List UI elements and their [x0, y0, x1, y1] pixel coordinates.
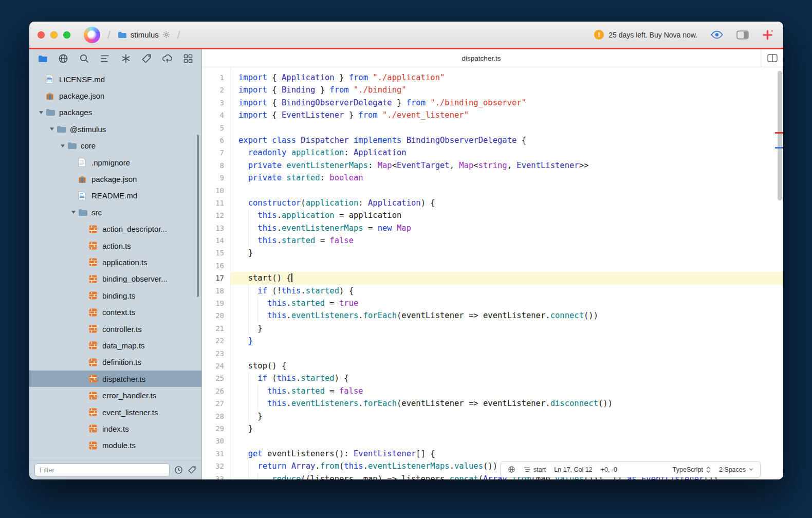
- tree-item-dispatcher-ts[interactable]: dispatcher.ts: [29, 371, 201, 387]
- globe-status-icon[interactable]: [508, 466, 515, 473]
- cloud-upload-icon[interactable]: [162, 53, 173, 64]
- tree-item-action-ts[interactable]: action.ts: [29, 237, 201, 254]
- line-number: 15: [202, 247, 224, 259]
- line-content: private eventListenerMaps: Map<EventTarg…: [231, 159, 783, 172]
- code-line[interactable]: 31 get eventListeners(): EventListener[]…: [202, 448, 783, 460]
- code-area[interactable]: 1import { Application } from "./applicat…: [202, 67, 783, 479]
- globe-icon[interactable]: [58, 53, 69, 64]
- tree-item--stimulus[interactable]: @stimulus: [29, 121, 201, 137]
- grid-icon[interactable]: [182, 53, 194, 64]
- code-line[interactable]: 27 this.eventListeners.forEach(eventList…: [202, 397, 783, 410]
- code-line[interactable]: 1import { Application } from "./applicat…: [202, 71, 783, 84]
- tree-item-package-json[interactable]: package.json: [29, 171, 201, 187]
- indent-selector[interactable]: 2 Spaces: [719, 466, 753, 473]
- tree-item--npmignore[interactable]: .npmignore: [29, 154, 201, 171]
- disclosure-chevron-icon[interactable]: [36, 110, 46, 115]
- tree-item-binding-observer-[interactable]: binding_observer...: [29, 271, 201, 287]
- language-selector[interactable]: TypeScript: [673, 466, 711, 473]
- cursor-position[interactable]: Ln 17, Col 12: [554, 466, 592, 473]
- ts-file-icon: [89, 275, 100, 283]
- line-content: [231, 435, 783, 447]
- filter-input[interactable]: [34, 464, 170, 476]
- code-line[interactable]: 18 if (!this.started) {: [202, 285, 783, 297]
- tree-item-packages[interactable]: packages: [29, 104, 201, 121]
- minimize-button[interactable]: [50, 31, 58, 39]
- tree-item-core[interactable]: core: [29, 138, 201, 154]
- tree-item-package-json[interactable]: package.json: [29, 87, 201, 104]
- code-line[interactable]: 15 }: [202, 247, 783, 259]
- tag-icon[interactable]: [141, 53, 152, 64]
- code-line[interactable]: 25 if (this.started) {: [202, 372, 783, 384]
- code-line[interactable]: 19 this.started = true: [202, 297, 783, 309]
- code-line[interactable]: 3import { BindingObserverDelegate } from…: [202, 97, 783, 109]
- asterisk-icon[interactable]: [120, 53, 132, 64]
- code-line[interactable]: 24 stop() {: [202, 360, 783, 372]
- code-line[interactable]: 9 private started: boolean: [202, 172, 783, 184]
- code-line[interactable]: 4import { EventListener } from "./event_…: [202, 109, 783, 121]
- list-icon[interactable]: [99, 53, 110, 64]
- code-line[interactable]: 26 this.started = false: [202, 385, 783, 397]
- code-line[interactable]: 17 start() {: [202, 272, 783, 284]
- code-line[interactable]: 2import { Binding } from "./binding": [202, 84, 783, 96]
- tree-item-context-ts[interactable]: context.ts: [29, 304, 201, 320]
- md-file-icon: [46, 75, 57, 84]
- tree-item-controller-ts[interactable]: controller.ts: [29, 321, 201, 337]
- current-symbol[interactable]: start: [524, 466, 546, 473]
- diff-counts[interactable]: +0, -0: [601, 466, 617, 473]
- tree-item-index-ts[interactable]: index.ts: [29, 420, 201, 437]
- code-line[interactable]: 11 constructor(application: Application)…: [202, 197, 783, 209]
- tag-filter-icon[interactable]: [188, 466, 196, 474]
- code-line[interactable]: 12 this.application = application: [202, 209, 783, 221]
- line-number: 28: [202, 410, 224, 422]
- split-editor-button[interactable]: [761, 49, 783, 67]
- tree-item-readme-md[interactable]: README.md: [29, 188, 201, 204]
- tree-item-error-handler-ts[interactable]: error_handler.ts: [29, 387, 201, 403]
- code-line[interactable]: 14 this.started = false: [202, 234, 783, 247]
- code-line[interactable]: 7 readonly application: Application: [202, 146, 783, 159]
- tree-item-definition-ts[interactable]: definition.ts: [29, 354, 201, 371]
- tree-item-application-ts[interactable]: application.ts: [29, 254, 201, 270]
- tree-item-license-md[interactable]: LICENSE.md: [29, 71, 201, 87]
- zoom-button[interactable]: [63, 31, 70, 39]
- editor-filename: dispatcher.ts: [202, 49, 761, 67]
- disclosure-chevron-icon[interactable]: [69, 210, 78, 214]
- code-line[interactable]: 6export class Dispatcher implements Bind…: [202, 134, 783, 146]
- search-icon[interactable]: [79, 53, 90, 64]
- project-chip[interactable]: stimulus: [118, 30, 170, 39]
- trial-notice[interactable]: ! 25 days left. Buy Nova now.: [594, 30, 697, 40]
- tree-item-data-map-ts[interactable]: data_map.ts: [29, 337, 201, 354]
- code-line[interactable]: 23: [202, 347, 783, 360]
- warning-icon: !: [594, 30, 604, 40]
- clock-icon[interactable]: [174, 466, 183, 474]
- disclosure-chevron-icon[interactable]: [58, 144, 67, 148]
- tree-item-module-ts[interactable]: module.ts: [29, 437, 201, 454]
- code-line[interactable]: 22 }: [202, 335, 783, 347]
- code-line[interactable]: 10: [202, 184, 783, 197]
- scrollbar-change-mark: [775, 132, 783, 134]
- new-item-plus-icon[interactable]: [762, 29, 774, 41]
- code-line[interactable]: 16: [202, 260, 783, 272]
- code-line[interactable]: 8 private eventListenerMaps: Map<EventTa…: [202, 159, 783, 172]
- code-line[interactable]: 13 this.eventListenerMaps = new Map: [202, 222, 783, 234]
- disclosure-chevron-icon[interactable]: [47, 127, 57, 131]
- gear-icon[interactable]: [162, 31, 170, 39]
- tree-item-event-listener-ts[interactable]: event_listener.ts: [29, 404, 201, 420]
- preview-eye-icon[interactable]: [710, 30, 724, 39]
- panel-toggle-icon[interactable]: [736, 30, 749, 40]
- code-line[interactable]: 5: [202, 122, 783, 134]
- code-line[interactable]: 30: [202, 435, 783, 447]
- sidebar-scrollbar[interactable]: [197, 135, 199, 297]
- folder-icon[interactable]: [37, 53, 48, 64]
- scrollbar-change-mark: [775, 147, 783, 149]
- code-line[interactable]: 28 }: [202, 410, 783, 422]
- tree-item-binding-ts[interactable]: binding.ts: [29, 287, 201, 304]
- code-line[interactable]: 21 }: [202, 322, 783, 335]
- line-number: 4: [202, 109, 224, 121]
- scrollbar-thumb[interactable]: [778, 71, 782, 200]
- tree-item-action-descriptor-[interactable]: action_descriptor...: [29, 221, 201, 237]
- code-line[interactable]: 29 }: [202, 422, 783, 435]
- tree-item-src[interactable]: src: [29, 204, 201, 220]
- json-file-icon: [46, 92, 57, 100]
- close-button[interactable]: [38, 31, 45, 39]
- code-line[interactable]: 20 this.eventListeners.forEach(eventList…: [202, 309, 783, 322]
